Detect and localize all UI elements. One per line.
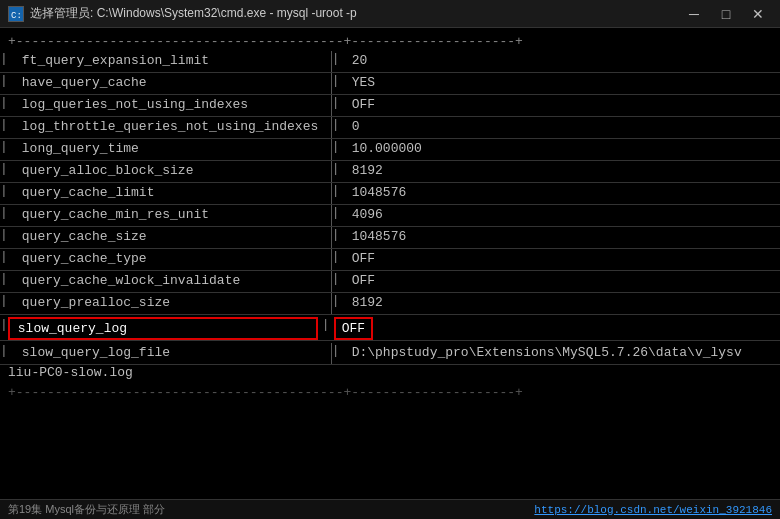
var-value: 8192 xyxy=(344,293,391,314)
svg-text:C:: C: xyxy=(11,11,22,21)
pipe: | xyxy=(0,183,8,204)
var-name: ft_query_expansion_limit xyxy=(12,51,332,72)
window-controls[interactable]: ─ □ ✕ xyxy=(680,4,772,24)
var-value: 8192 xyxy=(344,161,391,182)
var-name: query_alloc_block_size xyxy=(12,161,332,182)
var-name: query_prealloc_size xyxy=(12,293,332,314)
var-name: query_cache_limit xyxy=(12,183,332,204)
var-value: 1048576 xyxy=(344,227,415,248)
pipe: | xyxy=(0,161,8,182)
statusbar-left-text: 第19集 Mysql备份与还原理 部分 xyxy=(8,502,165,517)
pipe: | xyxy=(332,205,340,226)
var-name: slow_query_log_file xyxy=(12,343,332,364)
pipe: | xyxy=(332,51,340,72)
table-row: | log_throttle_queries_not_using_indexes… xyxy=(0,117,780,139)
table-row: | query_alloc_block_size | 8192 xyxy=(0,161,780,183)
pipe: | xyxy=(332,271,340,292)
pipe: | xyxy=(332,343,340,364)
var-value: OFF xyxy=(344,95,383,116)
var-value: YES xyxy=(344,73,383,94)
continuation-line: liu-PC0-slow.log xyxy=(0,365,780,382)
table-row: | slow_query_log_file | D:\phpstudy_pro\… xyxy=(0,343,780,365)
table-row: | have_query_cache | YES xyxy=(0,73,780,95)
slow-query-log-name: slow_query_log xyxy=(8,317,318,340)
table-row: | log_queries_not_using_indexes | OFF xyxy=(0,95,780,117)
pipe: | xyxy=(0,205,8,226)
var-name: long_query_time xyxy=(12,139,332,160)
var-name: log_throttle_queries_not_using_indexes xyxy=(12,117,332,138)
table-row: | query_cache_type | OFF xyxy=(0,249,780,271)
pipe: | xyxy=(0,95,8,116)
maximize-button[interactable]: □ xyxy=(712,4,740,24)
pipe: | xyxy=(332,161,340,182)
table-row: | ft_query_expansion_limit | 20 xyxy=(0,51,780,73)
bottom-separator: +---------------------------------------… xyxy=(0,382,780,403)
pipe: | xyxy=(332,117,340,138)
table-row: | query_cache_limit | 1048576 xyxy=(0,183,780,205)
var-value: 0 xyxy=(344,117,368,138)
statusbar-link[interactable]: https://blog.csdn.net/weixin_3921846 xyxy=(534,504,772,516)
var-name: query_cache_size xyxy=(12,227,332,248)
slow-query-log-row: | slow_query_log | OFF xyxy=(0,317,780,341)
table-row: | query_prealloc_size | 8192 xyxy=(0,293,780,315)
pipe: | xyxy=(0,249,8,270)
var-value: 4096 xyxy=(344,205,391,226)
pipe: | xyxy=(0,317,8,340)
pipe: | xyxy=(332,249,340,270)
var-name: log_queries_not_using_indexes xyxy=(12,95,332,116)
pipe: | xyxy=(332,73,340,94)
pipe: | xyxy=(332,95,340,116)
app-icon: C: xyxy=(8,6,24,22)
close-button[interactable]: ✕ xyxy=(744,4,772,24)
var-value: OFF xyxy=(344,271,383,292)
pipe: | xyxy=(332,293,340,314)
pipe: | xyxy=(0,343,8,364)
pipe: | xyxy=(0,51,8,72)
pipe: | xyxy=(0,117,8,138)
table-row: | query_cache_wlock_invalidate | OFF xyxy=(0,271,780,293)
pipe: | xyxy=(0,271,8,292)
var-value: 20 xyxy=(344,51,376,72)
var-value: 10.000000 xyxy=(344,139,430,160)
var-name: query_cache_min_res_unit xyxy=(12,205,332,226)
table-row: | query_cache_min_res_unit | 4096 xyxy=(0,205,780,227)
var-name: query_cache_wlock_invalidate xyxy=(12,271,332,292)
minimize-button[interactable]: ─ xyxy=(680,4,708,24)
terminal-window: +---------------------------------------… xyxy=(0,28,780,519)
table-row: | long_query_time | 10.000000 xyxy=(0,139,780,161)
query-results-table: +---------------------------------------… xyxy=(0,28,780,407)
pipe: | xyxy=(332,227,340,248)
var-name: have_query_cache xyxy=(12,73,332,94)
window-title: 选择管理员: C:\Windows\System32\cmd.exe - mys… xyxy=(30,5,680,22)
pipe: | xyxy=(0,293,8,314)
pipe: | xyxy=(0,73,8,94)
pipe: | xyxy=(332,183,340,204)
var-name: query_cache_type xyxy=(12,249,332,270)
var-value: D:\phpstudy_pro\Extensions\MySQL5.7.26\d… xyxy=(344,343,750,364)
pipe: | xyxy=(322,317,330,340)
table-row: | query_cache_size | 1048576 xyxy=(0,227,780,249)
slow-query-log-value: OFF xyxy=(334,317,373,340)
pipe: | xyxy=(0,227,8,248)
statusbar: 第19集 Mysql备份与还原理 部分 https://blog.csdn.ne… xyxy=(0,499,780,519)
pipe: | xyxy=(332,139,340,160)
pipe: | xyxy=(0,139,8,160)
top-separator: +---------------------------------------… xyxy=(0,32,780,51)
var-value: OFF xyxy=(344,249,383,270)
var-value: 1048576 xyxy=(344,183,415,204)
titlebar: C: 选择管理员: C:\Windows\System32\cmd.exe - … xyxy=(0,0,780,28)
